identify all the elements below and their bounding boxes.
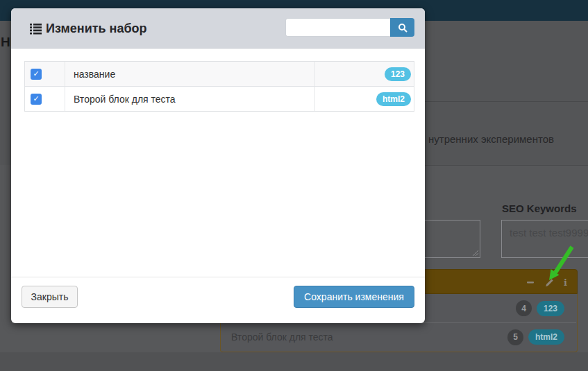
table-row[interactable]: ✓ название 123 — [25, 62, 414, 87]
screen: НИ нутренних экспериментов SEO Keywords … — [0, 0, 588, 371]
list-item[interactable]: Второй блок для теста 5 html2 — [221, 323, 577, 351]
seo-keywords-label: SEO Keywords — [502, 202, 577, 214]
checkbox-cell: ✓ — [25, 87, 65, 111]
search-input[interactable] — [285, 18, 390, 37]
section-caption: нутренних экспериментов — [428, 133, 554, 145]
list-icon — [30, 23, 42, 35]
modal-table: ✓ название 123 ✓ Второй блок для теста h… — [24, 61, 414, 112]
modal-header: Изменить набор — [11, 8, 425, 49]
modal-title: Изменить набор — [46, 21, 147, 36]
count-badge: 5 — [507, 329, 523, 345]
edit-set-modal: Изменить набор ✓ название 123 — [11, 8, 425, 323]
search-group — [285, 18, 414, 37]
count-badge: 4 — [516, 300, 532, 316]
search-button[interactable] — [390, 18, 414, 37]
row-checkbox[interactable]: ✓ — [31, 69, 42, 80]
tag-badge: html2 — [376, 92, 411, 106]
collapse-icon[interactable] — [526, 277, 535, 287]
close-button[interactable]: Закрыть — [22, 286, 78, 308]
tag-badge: 123 — [537, 301, 564, 316]
list-item-label: Второй блок для теста — [231, 331, 507, 343]
search-icon — [398, 23, 408, 33]
annotation-arrow — [535, 236, 588, 291]
tag-badge: html2 — [528, 329, 564, 345]
checkbox-cell: ✓ — [25, 62, 65, 86]
resize-grip-icon[interactable] — [472, 250, 479, 257]
save-changes-button[interactable]: Сохранить изменения — [294, 286, 414, 308]
badge-cell: html2 — [315, 87, 414, 111]
modal-footer: Закрыть Сохранить изменения — [11, 277, 425, 323]
badge-cell: 123 — [315, 62, 414, 86]
row-checkbox[interactable]: ✓ — [31, 94, 42, 105]
dimmed-lower-area — [0, 352, 588, 371]
row-name: название — [65, 62, 315, 86]
row-name: Второй блок для теста — [65, 87, 315, 111]
table-row[interactable]: ✓ Второй блок для теста html2 — [25, 87, 414, 112]
tag-badge: 123 — [385, 67, 411, 81]
